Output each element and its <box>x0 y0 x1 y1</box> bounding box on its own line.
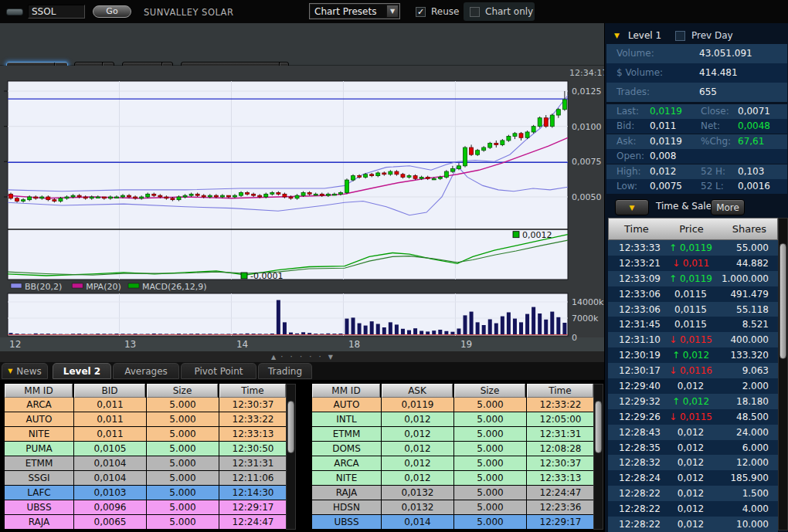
trade-time: 12:29:32 <box>608 396 662 407</box>
symbol-input[interactable] <box>28 5 85 19</box>
ask-scrollbar[interactable] <box>593 384 603 530</box>
trade-price: ↓ 0,0115 <box>662 412 719 422</box>
chart-only-checkbox-group[interactable]: Chart only <box>464 2 535 21</box>
column-header[interactable]: Time <box>219 384 286 398</box>
chart-only-checkbox[interactable] <box>470 7 480 17</box>
svg-text:MACD(26,12,9): MACD(26,12,9) <box>142 282 207 292</box>
reuse-checkbox-group[interactable]: ✓ Reuse <box>416 6 459 17</box>
svg-text:0,0125: 0,0125 <box>572 86 602 97</box>
bid-row[interactable]: LAFC0,01035.00012:14:30 <box>5 486 287 500</box>
bid-row[interactable]: NITE0,0115.00012:33:13 <box>5 427 287 442</box>
quote-label: 52 H: <box>701 166 725 177</box>
chart-presets-dropdown[interactable]: Chart Presets ▼ <box>309 3 400 19</box>
trade-price: 0,012 <box>662 381 719 391</box>
splitter-down-icon[interactable]: ▼ <box>328 354 333 361</box>
svg-text:BB(20,2): BB(20,2) <box>25 282 62 292</box>
chevron-down-icon[interactable]: ▼ <box>386 5 399 18</box>
ask-row[interactable]: RAJA0,01325.00012:24:47 <box>312 486 595 500</box>
more-button[interactable]: More <box>711 199 745 215</box>
chart-only-label: Chart only <box>485 6 533 17</box>
time: 12:23:36 <box>527 500 595 514</box>
trade-shares: 12.000 <box>719 457 778 468</box>
svg-text:7000k: 7000k <box>572 313 599 324</box>
quote-label: %Chg: <box>701 136 731 147</box>
ask-row[interactable]: ETMM0,0125.00012:31:31 <box>312 427 595 442</box>
price: 0,0132 <box>382 500 454 514</box>
column-header[interactable]: MM ID <box>5 384 73 398</box>
time-sales-dropdown-button[interactable]: ▼ <box>615 199 649 215</box>
chart-panel[interactable]: -0,00010,001212:34:170,01250,01000,00750… <box>0 66 604 351</box>
trade-shares: 400.000 <box>719 334 778 345</box>
trade-time: 12:33:33 <box>608 242 662 253</box>
bid-row[interactable]: ARCA0,0115.00012:30:37 <box>5 398 287 412</box>
trade-shares: 44.882 <box>719 258 778 269</box>
level1-collapse-icon[interactable]: ▼ <box>614 32 620 39</box>
tab-averages[interactable]: Averages <box>113 363 179 379</box>
svg-text:MPA(20): MPA(20) <box>86 282 121 292</box>
time-sales-row: 12:29:400,0122.000 <box>608 378 778 394</box>
trade-shares: 1.000.000 <box>719 273 778 284</box>
bid-row[interactable]: PUMA0,01055.00012:30:50 <box>5 442 287 456</box>
level1-quote-row: Bid:0,011Net:0,0048 <box>606 119 787 134</box>
chart-splitter[interactable]: ▲ · · · · · ▼ <box>0 351 604 362</box>
time-sales-title: Time & Sales <box>656 201 716 212</box>
bid-row[interactable]: RAJA0,00655.00012:24:47 <box>5 515 287 530</box>
column-header[interactable]: BID <box>74 384 145 398</box>
splitter-up-icon[interactable]: ▲ <box>271 354 276 361</box>
time: 12:31:31 <box>527 427 595 441</box>
price: 0,012 <box>382 456 454 470</box>
go-button[interactable]: Go <box>93 5 131 18</box>
bid-row[interactable]: ETMM0,01045.00012:31:31 <box>5 456 287 471</box>
level1-header: ▼ Level 1 Prev Day <box>605 28 788 43</box>
ask-row[interactable]: ARCA0,0125.00012:30:37 <box>312 456 595 471</box>
scrollbar-thumb[interactable] <box>287 401 294 453</box>
trade-shares: 48.500 <box>719 412 778 422</box>
prev-day-checkbox[interactable] <box>675 31 685 41</box>
time-sales-row: 12:29:32↑ 0,01218.180 <box>608 394 778 409</box>
tab-pivot-point[interactable]: Pivot Point <box>181 363 256 379</box>
time-sales-row: 12:28:220,01210.000 <box>608 517 778 532</box>
reuse-checkbox[interactable]: ✓ <box>416 7 426 17</box>
time-sales-row: 12:31:450,01158.521 <box>608 317 778 332</box>
bid-row[interactable]: UBSS0,00965.00012:29:17 <box>5 500 287 515</box>
menu-icon[interactable] <box>6 8 23 15</box>
time-sales-row: 12:28:430,01224.000 <box>608 425 778 440</box>
ask-row[interactable]: AUTO0,01195.00012:33:22 <box>312 398 595 412</box>
bid-row[interactable]: AUTO0,0115.00012:33:22 <box>5 412 287 427</box>
time-sales-row: 12:28:350,0126.000 <box>608 440 778 456</box>
ask-row[interactable]: HDSN0,01325.00012:23:36 <box>312 500 595 515</box>
column-header[interactable]: Time <box>527 384 593 398</box>
mm-id: UBSS <box>5 500 74 514</box>
size: 5.000 <box>454 456 527 470</box>
tab-label: News <box>16 366 41 377</box>
price-chart[interactable]: -0,00010,001212:34:170,01250,01000,00750… <box>0 66 604 351</box>
ask-row[interactable]: DOMS0,0125.00012:08:28 <box>312 442 595 456</box>
trade-shares: 2.000 <box>719 381 778 391</box>
mm-id: RAJA <box>5 515 74 529</box>
scrollbar-thumb[interactable] <box>595 401 602 453</box>
price: 0,0065 <box>74 515 147 529</box>
splitter-grip[interactable]: · · · · · <box>280 354 324 359</box>
column-header[interactable]: Size <box>147 384 218 398</box>
tab-trading[interactable]: Trading <box>258 363 312 379</box>
time-sales-scrollbar[interactable] <box>778 218 788 530</box>
size: 5.000 <box>147 456 219 470</box>
scrollbar-thumb[interactable] <box>780 243 786 359</box>
size: 5.000 <box>147 427 219 441</box>
trade-price: 0,0115 <box>662 289 719 300</box>
trade-price: 0,0115 <box>662 304 719 315</box>
ask-row[interactable]: INTL0,0125.00012:05:00 <box>312 412 595 427</box>
column-header[interactable]: Size <box>454 384 525 398</box>
tab-news[interactable]: ▼News <box>2 363 48 379</box>
trade-price: ↓ 0,0116 <box>662 365 719 376</box>
trade-time: 12:28:22 <box>608 503 662 514</box>
tab-level-2[interactable]: Level 2 <box>53 363 111 379</box>
trade-price: ↓ 0,011 <box>662 258 719 269</box>
ask-row[interactable]: NITE0,0125.00012:33:13 <box>312 471 595 486</box>
mm-id: ETMM <box>5 456 74 470</box>
ask-row[interactable]: UBSS0,0145.00012:29:17 <box>312 515 595 530</box>
column-header[interactable]: ASK <box>382 384 453 398</box>
bid-scrollbar[interactable] <box>286 384 296 530</box>
column-header[interactable]: MM ID <box>312 384 380 398</box>
bid-row[interactable]: SSGI0,01045.00012:11:06 <box>5 471 287 486</box>
